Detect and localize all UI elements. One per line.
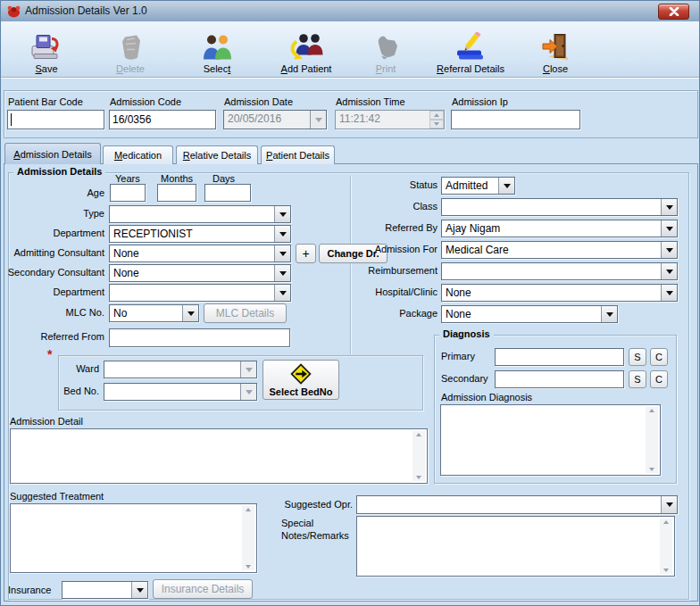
dropdown-arrow-icon bbox=[661, 496, 677, 513]
secondary-consultant-label: Secondary Consultant bbox=[4, 267, 104, 278]
secondary-s-button[interactable]: S bbox=[629, 370, 646, 388]
dropdown-arrow-icon bbox=[274, 226, 290, 242]
dropdown-arrow-icon bbox=[601, 306, 617, 322]
primary-label: Primary bbox=[441, 351, 475, 361]
scroll-down-icon[interactable] bbox=[663, 569, 669, 572]
admitting-consultant-combo[interactable]: None bbox=[109, 245, 291, 262]
admission-diagnosis-textarea[interactable] bbox=[440, 404, 661, 476]
admission-code-input[interactable] bbox=[109, 110, 216, 129]
close-label: Close bbox=[543, 63, 568, 74]
referred-by-combo[interactable]: Ajay Nigam bbox=[441, 220, 678, 237]
secondary-diagnosis-input[interactable] bbox=[495, 370, 624, 388]
add-patient-label: Add Patient bbox=[281, 63, 332, 74]
required-marker: * bbox=[47, 347, 52, 361]
referral-details-button[interactable]: Referral Details bbox=[422, 24, 519, 74]
dropdown-arrow-icon bbox=[240, 384, 256, 400]
secondary-c-button[interactable]: C bbox=[650, 370, 668, 388]
age-months-input[interactable] bbox=[157, 184, 196, 202]
secondary-consultant-combo[interactable]: None bbox=[109, 264, 291, 282]
save-button[interactable]: Save bbox=[18, 24, 75, 74]
toolbar: Save Delete Select bbox=[1, 21, 699, 78]
dropdown-arrow-icon bbox=[182, 305, 198, 321]
tab-relative-details[interactable]: Relative Details bbox=[176, 145, 258, 164]
select-button[interactable]: Select bbox=[188, 24, 246, 74]
delete-label: Delete bbox=[116, 63, 145, 74]
dropdown-arrow-icon bbox=[661, 285, 677, 301]
department2-combo[interactable] bbox=[109, 284, 291, 302]
class-combo[interactable] bbox=[441, 198, 678, 216]
class-label: Class bbox=[348, 201, 438, 212]
insurance-label: Insurance bbox=[8, 585, 51, 595]
ward-label: Ward bbox=[54, 363, 99, 374]
admission-detail-textarea[interactable] bbox=[10, 428, 428, 484]
add-consultant-button[interactable]: + bbox=[296, 244, 316, 263]
suggested-opr-combo[interactable] bbox=[356, 495, 678, 514]
scroll-up-icon[interactable] bbox=[246, 508, 251, 511]
age-days-input[interactable] bbox=[204, 184, 251, 202]
select-bedno-button[interactable]: Select BedNo bbox=[262, 360, 339, 400]
admission-date-label: Admission Date bbox=[224, 96, 293, 107]
dropdown-arrow-icon bbox=[661, 263, 677, 279]
primary-s-button[interactable]: S bbox=[629, 348, 646, 366]
scroll-up-icon[interactable] bbox=[416, 433, 421, 436]
scroll-down-icon[interactable] bbox=[649, 468, 654, 471]
scroll-up-icon[interactable] bbox=[649, 409, 654, 412]
suggested-treatment-textarea[interactable] bbox=[10, 503, 257, 573]
dropdown-arrow-icon bbox=[661, 220, 677, 237]
status-combo[interactable]: Admitted bbox=[441, 177, 515, 195]
spin-down-icon bbox=[429, 120, 444, 129]
text-caret bbox=[11, 113, 12, 126]
tab-admission-details[interactable]: Admission Details bbox=[4, 143, 101, 164]
mlc-no-combo[interactable]: No bbox=[109, 304, 199, 322]
admission-code-label: Admission Code bbox=[110, 96, 181, 107]
scroll-up-icon[interactable] bbox=[663, 520, 669, 524]
close-button[interactable]: Close bbox=[527, 24, 584, 74]
package-combo[interactable]: None bbox=[441, 305, 618, 323]
dropdown-arrow-icon bbox=[310, 111, 326, 129]
age-years-input[interactable] bbox=[110, 184, 146, 202]
special-notes-textarea[interactable] bbox=[356, 516, 675, 577]
admission-detail-label: Admission Detail bbox=[10, 416, 83, 427]
admission-for-combo[interactable]: Medical Care bbox=[441, 241, 678, 259]
admission-for-label: Admission For bbox=[348, 244, 438, 254]
referral-details-icon bbox=[453, 29, 488, 62]
title-bar: Admission Details Ver 1.0 bbox=[1, 1, 699, 22]
hospital-clinic-combo[interactable]: None bbox=[441, 284, 678, 302]
special-notes-label: Special Notes/Remarks bbox=[281, 517, 356, 542]
reimbursement-combo[interactable] bbox=[441, 262, 678, 280]
primary-c-button[interactable]: C bbox=[650, 348, 668, 366]
add-patient-button[interactable]: Add Patient bbox=[263, 24, 349, 74]
admission-ip-label: Admission Ip bbox=[452, 96, 508, 107]
save-label: Save bbox=[35, 63, 57, 74]
patient-bar-code-input[interactable] bbox=[7, 110, 104, 129]
delete-icon bbox=[116, 29, 145, 62]
months-label: Months bbox=[161, 173, 193, 184]
insurance-details-button: Insurance Details bbox=[153, 579, 253, 599]
tab-medication[interactable]: Medication bbox=[103, 145, 173, 164]
door-close-icon bbox=[539, 29, 571, 62]
spin-up-icon bbox=[429, 111, 444, 120]
type-combo[interactable] bbox=[109, 205, 291, 223]
referred-from-label: Referred From bbox=[4, 331, 104, 342]
scroll-down-icon[interactable] bbox=[416, 476, 421, 479]
vertical-scrollbar[interactable] bbox=[646, 407, 658, 473]
admission-details-group-title: Admission Details bbox=[13, 166, 105, 177]
road-sign-arrow-icon bbox=[289, 362, 312, 386]
vertical-scrollbar[interactable] bbox=[242, 506, 254, 570]
vertical-scrollbar[interactable] bbox=[412, 431, 425, 481]
window-close-button[interactable] bbox=[658, 4, 689, 20]
referred-from-input[interactable] bbox=[109, 328, 290, 347]
scroll-down-icon[interactable] bbox=[246, 565, 251, 569]
department-label: Department bbox=[4, 228, 104, 238]
department-combo[interactable]: RECEPTIONIST bbox=[109, 225, 291, 243]
referred-by-label: Referred By bbox=[348, 222, 438, 233]
primary-diagnosis-input[interactable] bbox=[495, 348, 624, 366]
admission-time-spinner: 11:21:42 bbox=[335, 110, 445, 129]
admission-ip-input[interactable] bbox=[451, 110, 580, 129]
vertical-scrollbar[interactable] bbox=[660, 519, 672, 574]
dropdown-arrow-icon bbox=[274, 245, 290, 261]
department2-label: Department bbox=[4, 286, 104, 297]
tab-patient-details[interactable]: Patient Details bbox=[261, 145, 335, 164]
mlc-details-button: MLC Details bbox=[204, 303, 287, 323]
insurance-combo[interactable] bbox=[62, 581, 148, 599]
